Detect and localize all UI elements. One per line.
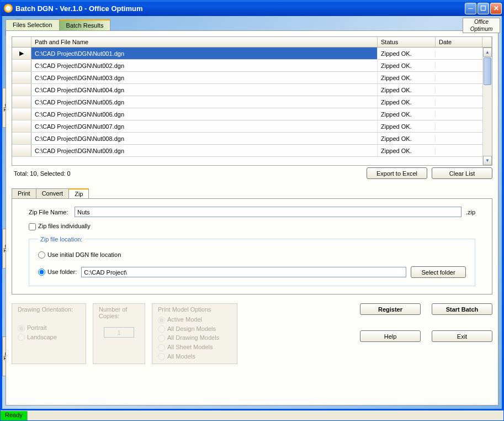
zip-filename-label: Zip File Name:	[29, 209, 70, 215]
all-models-radio: All Models	[158, 353, 231, 361]
help-button[interactable]: Help	[360, 330, 421, 342]
cell-path[interactable]: C:\CAD Project\DGN\Nut008.dgn	[31, 133, 378, 144]
print-model-group: Print Model Options Active Model All Des…	[152, 303, 237, 364]
status-text: Ready	[1, 411, 28, 420]
zip-location-legend: Zip file location:	[38, 236, 84, 243]
all-design-radio: All Design Models	[158, 325, 231, 333]
table-row[interactable]: C:\CAD Project\DGN\Nut006.dgnZipped OK.	[12, 108, 482, 120]
brand-logo: OfficeOptimum	[463, 18, 500, 33]
cell-path[interactable]: C:\CAD Project\DGN\Nut006.dgn	[31, 108, 378, 120]
zip-filename-input[interactable]	[75, 207, 461, 217]
cell-status[interactable]: Zipped OK.	[378, 135, 436, 142]
cell-path[interactable]: C:\CAD Project\DGN\Nut001.dgn	[31, 48, 378, 59]
cell-status[interactable]: Zipped OK.	[378, 87, 436, 93]
table-row[interactable]: C:\CAD Project\DGN\Nut005.dgnZipped OK.	[12, 96, 482, 108]
table-row[interactable]: C:\CAD Project\DGN\Nut002.dgnZipped OK.	[12, 60, 482, 72]
table-row[interactable]: C:\CAD Project\DGN\Nut007.dgnZipped OK.	[12, 120, 482, 133]
orientation-group: Drawing Orientation: Portrait Landscape	[12, 303, 86, 364]
cell-path[interactable]: C:\CAD Project\DGN\Nut007.dgn	[31, 120, 378, 132]
statusbar: Ready	[1, 411, 503, 420]
export-to-excel-button[interactable]: Export to Excel	[367, 167, 427, 179]
zip-ext-label: .zip	[466, 209, 475, 215]
grid-header-path[interactable]: Path and File Name	[31, 37, 378, 47]
cell-status[interactable]: Zipped OK.	[378, 50, 436, 57]
exit-button[interactable]: Exit	[432, 330, 492, 342]
titlebar[interactable]: Batch DGN - Ver.1.0 - Office Optimum ─ ☐…	[1, 1, 503, 16]
subtab-zip[interactable]: Zip	[68, 188, 89, 198]
app-icon	[4, 4, 13, 13]
cell-path[interactable]: C:\CAD Project\DGN\Nut004.dgn	[31, 84, 378, 96]
portrait-radio: Portrait	[18, 324, 80, 332]
table-row[interactable]: C:\CAD Project\DGN\Nut008.dgnZipped OK.	[12, 133, 482, 145]
start-batch-button[interactable]: Start Batch	[432, 303, 492, 315]
all-sheet-radio: All Sheet Models	[158, 344, 231, 351]
row-handle[interactable]	[12, 120, 31, 132]
row-handle[interactable]	[12, 96, 31, 108]
grid-header-handle[interactable]	[12, 37, 31, 47]
client-area: 河东软件园 .www.pc0359.cn OfficeOptimum Tip T…	[1, 16, 503, 411]
cell-status[interactable]: Zipped OK.	[378, 148, 436, 154]
grid-scrollbar[interactable]: ▲ ▼	[482, 48, 492, 165]
select-folder-button[interactable]: Select folder	[411, 266, 466, 278]
grid-header-date[interactable]: Date	[436, 37, 482, 47]
titlebar-text: Batch DGN - Ver.1.0 - Office Optimum	[15, 4, 465, 13]
grid-header-scroll	[482, 37, 492, 47]
maximize-button[interactable]: ☐	[478, 3, 489, 14]
copies-input	[104, 327, 134, 338]
tab-batch-results[interactable]: Batch Results	[59, 19, 111, 30]
use-initial-location-radio[interactable]: Use initial DGN file location	[38, 251, 121, 259]
zip-individually-checkbox[interactable]: Zip files individually	[29, 223, 91, 230]
row-handle[interactable]	[12, 108, 31, 120]
grid-summary: Total: 10, Selected: 0	[12, 170, 362, 177]
cell-path[interactable]: C:\CAD Project\DGN\Nut009.dgn	[31, 145, 378, 156]
table-row[interactable]: ▶C:\CAD Project\DGN\Nut001.dgnZipped OK.	[12, 48, 482, 60]
all-drawing-radio: All Drawing Models	[158, 334, 231, 342]
cell-path[interactable]: C:\CAD Project\DGN\Nut003.dgn	[31, 72, 378, 83]
clear-list-button[interactable]: Clear List	[432, 167, 492, 179]
scroll-thumb[interactable]	[484, 57, 491, 85]
cell-path[interactable]: C:\CAD Project\DGN\Nut002.dgn	[31, 60, 378, 71]
table-row[interactable]: C:\CAD Project\DGN\Nut009.dgnZipped OK.	[12, 145, 482, 157]
close-button[interactable]: ✕	[490, 3, 502, 14]
register-button[interactable]: Register	[360, 303, 421, 315]
row-handle[interactable]	[12, 72, 31, 83]
active-model-radio: Active Model	[158, 316, 231, 324]
zip-location-group: Zip file location: Use initial DGN file …	[29, 236, 475, 287]
results-grid: Path and File Name Status Date ▶C:\CAD P…	[12, 36, 492, 166]
subtab-print[interactable]: Print	[12, 188, 36, 198]
cell-status[interactable]: Zipped OK.	[378, 75, 436, 81]
landscape-radio: Landscape	[18, 334, 80, 341]
scroll-up-icon[interactable]: ▲	[483, 48, 492, 57]
subtab-convert[interactable]: Convert	[36, 188, 70, 198]
row-handle[interactable]	[12, 145, 31, 156]
row-handle[interactable]	[12, 133, 31, 144]
cell-status[interactable]: Zipped OK.	[378, 62, 436, 69]
minimize-button[interactable]: ─	[465, 3, 476, 14]
grid-header-status[interactable]: Status	[378, 37, 436, 47]
copies-group: Number of Copies:	[93, 303, 145, 364]
row-handle[interactable]	[12, 60, 31, 71]
bottom-section: Drawing Orientation: Portrait Landscape …	[12, 303, 492, 364]
scroll-down-icon[interactable]: ▼	[483, 156, 492, 165]
main-panel: Path and File Name Status Date ▶C:\CAD P…	[6, 30, 498, 406]
row-handle[interactable]: ▶	[12, 48, 31, 59]
table-row[interactable]: C:\CAD Project\DGN\Nut004.dgnZipped OK.	[12, 84, 482, 96]
cell-path[interactable]: C:\CAD Project\DGN\Nut005.dgn	[31, 96, 378, 108]
application-window: Batch DGN - Ver.1.0 - Office Optimum ─ ☐…	[0, 0, 504, 421]
tab-files-selection[interactable]: Files Selection	[6, 19, 60, 30]
table-row[interactable]: C:\CAD Project\DGN\Nut003.dgnZipped OK.	[12, 72, 482, 84]
zip-panel: Zip File Name: .zip Zip files individual…	[12, 198, 492, 294]
use-folder-radio[interactable]: Use folder:	[38, 269, 77, 276]
row-handle[interactable]	[12, 84, 31, 96]
cell-status[interactable]: Zipped OK.	[378, 99, 436, 106]
cell-status[interactable]: Zipped OK.	[378, 111, 436, 118]
cell-status[interactable]: Zipped OK.	[378, 123, 436, 130]
folder-path-input[interactable]	[81, 267, 406, 277]
